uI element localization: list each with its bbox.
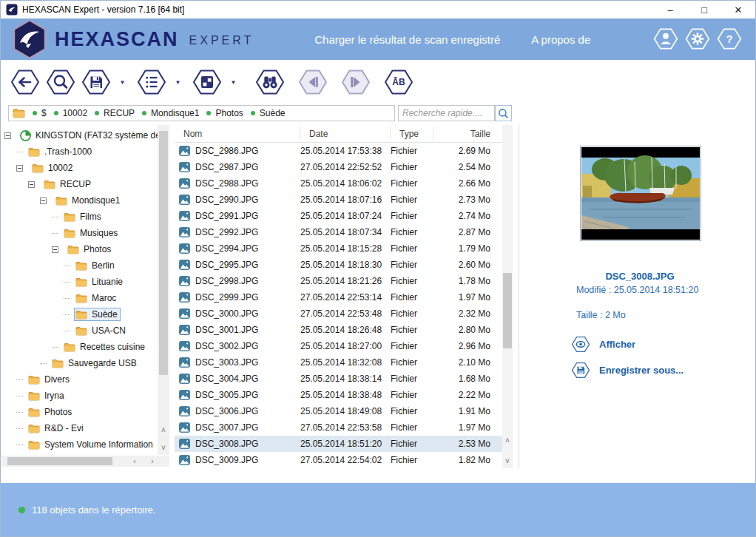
file-row[interactable]: DSC_2988.JPG25.05.2014 18:06:02Fichier2.… xyxy=(175,175,502,192)
help-icon[interactable]: ? xyxy=(717,27,742,50)
list-scroll-down-icon[interactable]: ˅ xyxy=(502,455,513,467)
quick-search-input[interactable] xyxy=(398,105,495,121)
find-binoculars-button[interactable] xyxy=(255,69,285,95)
tree-item[interactable]: Recettes cuisine xyxy=(1,339,158,355)
file-row[interactable]: DSC_3004.JPG25.05.2014 18:38:14Fichier1.… xyxy=(175,371,502,387)
folder-icon xyxy=(75,261,87,271)
tree-item[interactable]: .Trash-1000 xyxy=(1,143,158,160)
tree-item[interactable]: Photos xyxy=(1,241,158,257)
save-button[interactable] xyxy=(81,69,111,95)
menu-about[interactable]: A propos de xyxy=(531,33,590,46)
tree-hscrollbar-thumb[interactable] xyxy=(7,457,112,465)
tree-expander-minus-icon[interactable] xyxy=(52,246,62,253)
tree-item[interactable]: Sauvegarde USB xyxy=(1,355,158,371)
breadcrumb-item[interactable]: Photos xyxy=(206,108,243,118)
breadcrumb-item[interactable]: Suède xyxy=(251,108,286,118)
tree-item[interactable]: Musiques xyxy=(1,225,158,241)
list-vertical-scrollbar[interactable]: ˄ ˅ xyxy=(502,125,513,468)
tree-item[interactable]: Mondisque1 xyxy=(1,192,158,209)
tree-item[interactable]: Suède xyxy=(1,306,158,322)
file-row[interactable]: DSC_3009.JPG27.05.2014 22:54:02Fichier1.… xyxy=(175,452,502,468)
tree-item[interactable]: USA-CN xyxy=(1,322,158,339)
tree-expander-minus-icon[interactable] xyxy=(28,181,38,188)
file-row[interactable]: DSC_3001.JPG25.05.2014 18:26:48Fichier2.… xyxy=(175,322,502,338)
search-scan-button[interactable] xyxy=(46,69,75,95)
tree-item[interactable]: KINGSTON (FAT32 système de fichie xyxy=(1,127,158,143)
file-row[interactable]: DSC_2987.JPG27.05.2014 22:52:52Fichier2.… xyxy=(175,159,502,175)
file-row[interactable]: DSC_3000.JPG27.05.2014 22:53:48Fichier2.… xyxy=(175,305,502,322)
tree-scrollbar-thumb[interactable] xyxy=(159,131,168,375)
list-scrollbar-thumb[interactable] xyxy=(503,273,512,348)
list-view-dropdown-icon[interactable]: ▼ xyxy=(172,69,183,95)
grid-view-dropdown-icon[interactable]: ▼ xyxy=(228,69,239,95)
image-file-icon xyxy=(179,211,190,221)
file-size: 2.66 Mo xyxy=(433,178,502,189)
column-header-date[interactable]: Date xyxy=(300,127,391,141)
file-row[interactable]: DSC_2991.JPG25.05.2014 18:07:24Fichier2.… xyxy=(175,208,502,224)
grid-view-button[interactable] xyxy=(192,69,222,95)
column-header-type[interactable]: Type xyxy=(391,127,433,141)
tree-item[interactable]: Lituanie xyxy=(1,274,158,290)
file-row[interactable]: DSC_2995.JPG25.05.2014 18:18:30Fichier2.… xyxy=(175,257,502,273)
show-button[interactable]: Afficher xyxy=(571,336,635,353)
tree-item[interactable]: Divers xyxy=(1,371,158,388)
file-row[interactable]: DSC_2999.JPG27.05.2014 22:53:14Fichier1.… xyxy=(175,289,502,305)
breadcrumb-item[interactable]: Mondisque1 xyxy=(142,108,199,118)
column-header-name[interactable]: Nom xyxy=(175,127,300,141)
tree-horizontal-scrollbar[interactable]: ‹ › xyxy=(1,456,169,467)
tree-scroll-left-icon[interactable]: ‹ xyxy=(129,456,141,467)
tree-item[interactable]: System Volume Information xyxy=(1,436,158,453)
tree-scroll-down-icon[interactable]: ˅ xyxy=(158,442,169,453)
maximize-button[interactable]: □ xyxy=(687,1,721,18)
file-row[interactable]: DSC_2998.JPG25.05.2014 18:21:26Fichier1.… xyxy=(175,273,502,289)
save-dropdown-icon[interactable]: ▼ xyxy=(117,69,128,95)
tree-vertical-scrollbar[interactable]: ˄ ˅ xyxy=(158,125,169,455)
tree-item[interactable]: Iryna xyxy=(1,388,158,404)
next-file-button-disabled[interactable] xyxy=(341,69,371,95)
tree-item[interactable]: R&D - Evi xyxy=(1,420,158,436)
list-view-button[interactable] xyxy=(137,69,166,95)
breadcrumb-item-label: $ xyxy=(41,108,47,118)
tree-scroll-right-icon[interactable]: › xyxy=(146,456,158,467)
tree-item[interactable]: Berlin xyxy=(1,257,158,274)
breadcrumb-item[interactable]: $ xyxy=(33,108,47,118)
tree-expander-minus-icon[interactable] xyxy=(16,165,27,172)
save-as-button[interactable]: Enregistrer sous... xyxy=(571,362,684,379)
tree-expander-minus-icon[interactable] xyxy=(4,132,15,139)
tree-item[interactable] xyxy=(1,453,158,455)
tree-scroll-up-icon[interactable]: ˄ xyxy=(158,424,169,436)
file-row[interactable]: DSC_3006.JPG25.05.2014 18:49:08Fichier1.… xyxy=(175,403,502,419)
search-go-button[interactable] xyxy=(495,105,512,121)
breadcrumb-item[interactable]: 10002 xyxy=(54,108,87,118)
tree-item[interactable]: Maroc xyxy=(1,290,158,306)
tree-item[interactable]: RECUP xyxy=(1,176,158,192)
list-scroll-up-icon[interactable]: ˄ xyxy=(502,434,513,446)
previous-file-button-disabled[interactable] xyxy=(298,69,328,95)
tree-item-label: Films xyxy=(80,212,101,222)
file-row[interactable]: DSC_3007.JPG27.05.2014 22:53:58Fichier1.… xyxy=(175,419,502,436)
file-size: 2.96 Mo xyxy=(433,341,502,351)
column-header-size[interactable]: Taille xyxy=(433,127,502,141)
close-button[interactable]: ✕ xyxy=(721,1,755,18)
file-row[interactable]: DSC_2992.JPG25.05.2014 18:07:34Fichier2.… xyxy=(175,224,502,240)
file-row[interactable]: DSC_3003.JPG25.05.2014 18:32:08Fichier2.… xyxy=(175,354,502,371)
user-icon[interactable] xyxy=(653,27,678,50)
minimize-button[interactable]: – xyxy=(653,1,687,18)
ab-compare-button[interactable]: ĀB xyxy=(384,69,414,95)
file-row[interactable]: DSC_2990.JPG25.05.2014 18:07:16Fichier2.… xyxy=(175,192,502,208)
tree-expander-minus-icon[interactable] xyxy=(40,197,50,204)
settings-gear-icon[interactable] xyxy=(685,27,710,50)
file-row[interactable]: DSC_3005.JPG25.05.2014 18:38:48Fichier2.… xyxy=(175,387,502,403)
back-button[interactable] xyxy=(10,69,40,95)
breadcrumb-item[interactable]: RECUP xyxy=(95,108,135,118)
file-row[interactable]: DSC_2994.JPG25.05.2014 18:15:28Fichier1.… xyxy=(175,240,502,257)
tree-stub-icon xyxy=(16,396,23,396)
menu-load-scan-result[interactable]: Charger le résultat de scan enregistré xyxy=(314,33,500,46)
file-row[interactable]: DSC_2986.JPG25.05.2014 17:53:38Fichier2.… xyxy=(175,143,502,159)
tree-item[interactable]: Films xyxy=(1,209,158,225)
file-row[interactable]: DSC_3008.JPG25.05.2014 18:51:20Fichier2.… xyxy=(175,436,502,452)
file-row[interactable]: DSC_3002.JPG25.05.2014 18:27:00Fichier2.… xyxy=(175,338,502,354)
tree-item[interactable]: Photos xyxy=(1,404,158,420)
tree-item[interactable]: 10002 xyxy=(1,160,158,176)
file-name: DSC_2992.JPG xyxy=(195,227,258,237)
